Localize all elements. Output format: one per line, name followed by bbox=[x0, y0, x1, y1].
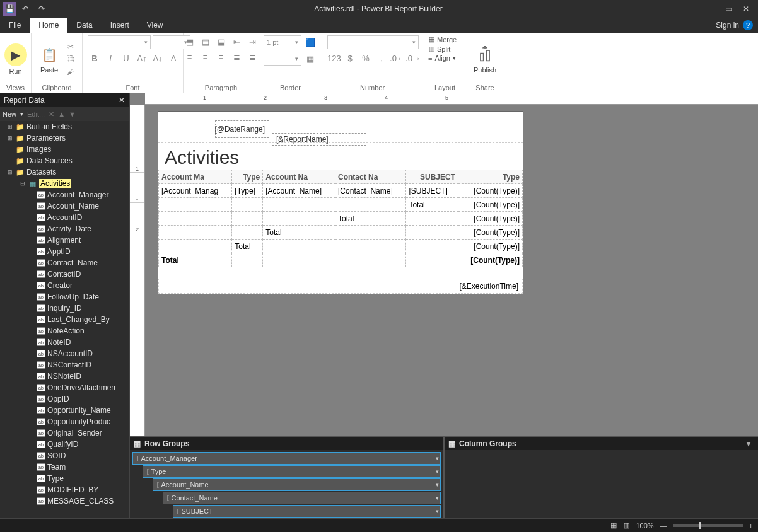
tablix-subtotal-contact[interactable]: Total [Count(Type)] bbox=[159, 212, 523, 226]
cell-count-type[interactable]: [Count(Type)] bbox=[458, 240, 523, 253]
cut-icon[interactable]: ✂ bbox=[64, 41, 77, 52]
tree-parameters[interactable]: ⊞📁Parameters bbox=[0, 132, 129, 144]
header-subject[interactable]: SUBJECT bbox=[406, 170, 458, 184]
outdent-icon[interactable]: ⇤ bbox=[230, 35, 244, 48]
cell-total-account[interactable]: Total bbox=[263, 226, 335, 240]
close-icon[interactable]: ✕ bbox=[740, 3, 752, 14]
cell-count-subject[interactable]: [Count(Type)] bbox=[458, 198, 523, 212]
signin-link[interactable]: Sign in bbox=[716, 21, 739, 30]
edit-button[interactable]: Edit... bbox=[27, 110, 45, 118]
chevron-down-icon[interactable]: ▾ bbox=[436, 468, 439, 475]
undo-icon[interactable]: ↶ bbox=[18, 1, 33, 16]
placeholder-reportname[interactable]: [&ReportName] bbox=[272, 133, 366, 146]
tablix-subtotal-account[interactable]: Total [Count(Type)] bbox=[159, 226, 523, 240]
header-account-manager[interactable]: Account Ma bbox=[159, 170, 232, 184]
zoom-slider[interactable] bbox=[673, 524, 743, 527]
tree-field[interactable]: abOpportunityProduc bbox=[0, 416, 129, 427]
row-group-item[interactable]: [Contact_Name▾ bbox=[163, 492, 441, 504]
align-button[interactable]: ≡Align▾ bbox=[428, 54, 456, 62]
cell-count-contact[interactable]: [Count(Type)] bbox=[458, 212, 523, 226]
italic-icon[interactable]: I bbox=[103, 52, 117, 64]
tree-field[interactable]: abNSAccountID bbox=[0, 348, 129, 359]
publish-button[interactable]: Publish bbox=[472, 45, 498, 74]
tree-field[interactable]: abOppID bbox=[0, 393, 129, 405]
tree-field[interactable]: abMODIFIED_BY bbox=[0, 484, 129, 495]
new-button[interactable]: New bbox=[3, 110, 16, 118]
design-canvas[interactable]: [@DateRange] [&ReportName] Activities Ac… bbox=[145, 105, 758, 436]
cell-account-name[interactable]: [Account_Name] bbox=[263, 184, 335, 198]
tablix[interactable]: Account Ma Type Account Na Contact Na SU… bbox=[158, 170, 523, 267]
tree-field[interactable]: abAccount_Manager bbox=[0, 189, 129, 200]
align-right-icon[interactable]: ≡ bbox=[214, 50, 228, 63]
menu-data[interactable]: Data bbox=[67, 18, 101, 33]
row-group-item[interactable]: [SUBJECT▾ bbox=[173, 505, 441, 518]
comma-icon[interactable]: , bbox=[375, 52, 388, 64]
cell-count[interactable]: [Count(Type)] bbox=[458, 184, 523, 198]
header-account-name[interactable]: Account Na bbox=[263, 170, 335, 184]
tree-field[interactable]: abQualifyID bbox=[0, 439, 129, 450]
tree-field[interactable]: abNoteAction bbox=[0, 325, 129, 337]
cell-total-type[interactable]: Total bbox=[232, 240, 263, 253]
report-title[interactable]: Activities bbox=[158, 142, 523, 170]
tablix-subtotal-subject[interactable]: Total [Count(Type)] bbox=[159, 198, 523, 212]
column-groups-body[interactable] bbox=[445, 450, 758, 518]
format-painter-icon[interactable]: 🖌 bbox=[64, 66, 77, 78]
cell-contact-name[interactable]: [Contact_Name] bbox=[335, 184, 406, 198]
tree-field[interactable]: abOriginal_Sender bbox=[0, 427, 129, 439]
cell-subject[interactable]: [SUBJECT] bbox=[406, 184, 458, 198]
header-type-count[interactable]: Type bbox=[458, 170, 523, 184]
move-down-icon[interactable]: ▼ bbox=[69, 110, 76, 118]
menu-home[interactable]: Home bbox=[30, 18, 67, 33]
help-icon[interactable]: ? bbox=[743, 20, 753, 30]
header-type[interactable]: Type bbox=[232, 170, 263, 184]
bullets-icon[interactable]: ≣ bbox=[230, 50, 244, 63]
report-page[interactable]: [@DateRange] [&ReportName] Activities Ac… bbox=[158, 111, 523, 294]
number-format-combo[interactable]: ▾ bbox=[327, 35, 419, 49]
border-style-combo[interactable]: ──▾ bbox=[264, 52, 301, 66]
split-button[interactable]: ▥Split bbox=[428, 45, 450, 53]
row-group-item[interactable]: [Account_Name▾ bbox=[153, 478, 441, 491]
cell-total-contact[interactable]: Total bbox=[335, 212, 406, 226]
align-middle-icon[interactable]: ▤ bbox=[199, 35, 213, 48]
tree-datasets[interactable]: ⊟📁Datasets bbox=[0, 166, 129, 178]
tree-field[interactable]: abAccount_Name bbox=[0, 200, 129, 212]
tree-field[interactable]: abInquiry_ID bbox=[0, 303, 129, 314]
placeholder-daterange[interactable]: [@DateRange] bbox=[215, 120, 269, 138]
header-contact-name[interactable]: Contact Na bbox=[335, 170, 406, 184]
tree-field[interactable]: abContactID bbox=[0, 269, 129, 280]
view-mode-design-icon[interactable]: ▦ bbox=[610, 521, 617, 529]
numbering-icon[interactable]: ≣ bbox=[246, 50, 260, 63]
column-groups-menu-icon[interactable]: ▾ bbox=[747, 439, 754, 448]
tree-field[interactable]: abFollowUp_Date bbox=[0, 291, 129, 303]
tree-field[interactable]: abContact_Name bbox=[0, 257, 129, 269]
tree-field[interactable]: abMESSAGE_CLASS bbox=[0, 495, 129, 507]
indent-icon[interactable]: ⇥ bbox=[246, 35, 260, 48]
align-center-icon[interactable]: ≡ bbox=[199, 50, 213, 63]
tree-field[interactable]: abOneDriveAttachmen bbox=[0, 382, 129, 393]
tree-field[interactable]: abTeam bbox=[0, 461, 129, 473]
tree-field[interactable]: abAccountID bbox=[0, 212, 129, 223]
borders-icon[interactable]: ▦ bbox=[303, 52, 317, 65]
tablix-grand-total[interactable]: Total [Count(Type)] bbox=[159, 253, 523, 267]
font-family-combo[interactable]: ▾ bbox=[88, 35, 151, 49]
currency-icon[interactable]: 123 bbox=[327, 52, 341, 64]
tree-field[interactable]: abAlignment bbox=[0, 234, 129, 246]
cell-account-manager[interactable]: [Account_Manag bbox=[159, 184, 232, 198]
decrease-decimal-icon[interactable]: .0→ bbox=[406, 52, 420, 64]
chevron-down-icon[interactable]: ▾ bbox=[436, 495, 439, 501]
tree-field[interactable]: abNoteID bbox=[0, 337, 129, 348]
save-icon[interactable]: 💾 bbox=[3, 2, 16, 16]
tree-datasources[interactable]: 📁Data Sources bbox=[0, 155, 129, 166]
chevron-down-icon[interactable]: ▾ bbox=[436, 508, 439, 514]
tree-field[interactable]: abOpportunity_Name bbox=[0, 405, 129, 416]
chevron-down-icon[interactable]: ▾ bbox=[436, 455, 439, 461]
tree-dataset-activities[interactable]: ⊟▦Activities bbox=[0, 178, 129, 189]
tree-builtin-fields[interactable]: ⊞📁Built-in Fields bbox=[0, 121, 129, 132]
tablix-header-row[interactable]: Account Ma Type Account Na Contact Na SU… bbox=[159, 170, 523, 184]
tree-field[interactable]: abCreator bbox=[0, 280, 129, 291]
border-weight-combo[interactable]: 1 pt▾ bbox=[264, 35, 301, 49]
menu-view[interactable]: View bbox=[138, 18, 172, 33]
merge-button[interactable]: ▦Merge bbox=[428, 35, 457, 43]
tree-field[interactable]: abNSContactID bbox=[0, 359, 129, 371]
redo-icon[interactable]: ↷ bbox=[34, 1, 49, 16]
